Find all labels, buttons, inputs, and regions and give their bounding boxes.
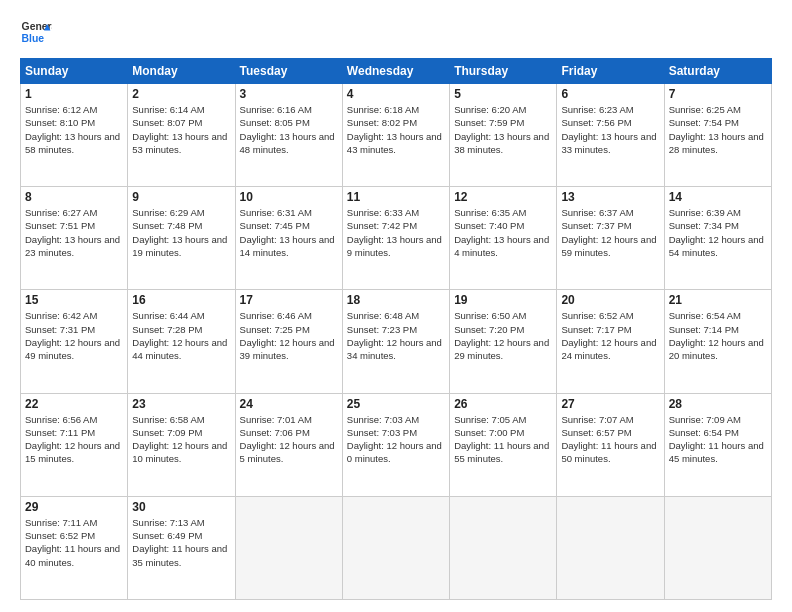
day-info: Sunrise: 7:11 AMSunset: 6:52 PMDaylight:… [25, 516, 123, 569]
calendar-cell: 14Sunrise: 6:39 AMSunset: 7:34 PMDayligh… [664, 187, 771, 290]
svg-text:Blue: Blue [22, 33, 45, 44]
calendar-cell [664, 496, 771, 599]
calendar-cell: 17Sunrise: 6:46 AMSunset: 7:25 PMDayligh… [235, 290, 342, 393]
calendar-cell: 6Sunrise: 6:23 AMSunset: 7:56 PMDaylight… [557, 84, 664, 187]
day-info: Sunrise: 6:27 AMSunset: 7:51 PMDaylight:… [25, 206, 123, 259]
day-number: 18 [347, 293, 445, 307]
calendar-week-row: 22Sunrise: 6:56 AMSunset: 7:11 PMDayligh… [21, 393, 772, 496]
day-info: Sunrise: 6:14 AMSunset: 8:07 PMDaylight:… [132, 103, 230, 156]
day-number: 10 [240, 190, 338, 204]
calendar-cell: 20Sunrise: 6:52 AMSunset: 7:17 PMDayligh… [557, 290, 664, 393]
weekday-header: Thursday [450, 59, 557, 84]
calendar-cell: 26Sunrise: 7:05 AMSunset: 7:00 PMDayligh… [450, 393, 557, 496]
day-info: Sunrise: 6:20 AMSunset: 7:59 PMDaylight:… [454, 103, 552, 156]
day-info: Sunrise: 6:52 AMSunset: 7:17 PMDaylight:… [561, 309, 659, 362]
day-number: 15 [25, 293, 123, 307]
logo-icon: General Blue [20, 16, 52, 48]
day-info: Sunrise: 6:37 AMSunset: 7:37 PMDaylight:… [561, 206, 659, 259]
calendar-cell: 11Sunrise: 6:33 AMSunset: 7:42 PMDayligh… [342, 187, 449, 290]
logo: General Blue [20, 16, 52, 48]
day-number: 30 [132, 500, 230, 514]
calendar-cell: 19Sunrise: 6:50 AMSunset: 7:20 PMDayligh… [450, 290, 557, 393]
day-number: 8 [25, 190, 123, 204]
calendar-cell [450, 496, 557, 599]
day-number: 27 [561, 397, 659, 411]
day-info: Sunrise: 6:29 AMSunset: 7:48 PMDaylight:… [132, 206, 230, 259]
day-info: Sunrise: 6:25 AMSunset: 7:54 PMDaylight:… [669, 103, 767, 156]
calendar-cell: 30Sunrise: 7:13 AMSunset: 6:49 PMDayligh… [128, 496, 235, 599]
day-number: 3 [240, 87, 338, 101]
calendar-cell: 29Sunrise: 7:11 AMSunset: 6:52 PMDayligh… [21, 496, 128, 599]
calendar-cell [235, 496, 342, 599]
day-number: 1 [25, 87, 123, 101]
day-number: 25 [347, 397, 445, 411]
day-info: Sunrise: 6:50 AMSunset: 7:20 PMDaylight:… [454, 309, 552, 362]
day-number: 22 [25, 397, 123, 411]
day-number: 17 [240, 293, 338, 307]
calendar-cell: 22Sunrise: 6:56 AMSunset: 7:11 PMDayligh… [21, 393, 128, 496]
day-info: Sunrise: 6:54 AMSunset: 7:14 PMDaylight:… [669, 309, 767, 362]
calendar-cell [342, 496, 449, 599]
calendar-cell: 7Sunrise: 6:25 AMSunset: 7:54 PMDaylight… [664, 84, 771, 187]
weekday-header: Wednesday [342, 59, 449, 84]
day-info: Sunrise: 6:33 AMSunset: 7:42 PMDaylight:… [347, 206, 445, 259]
day-number: 7 [669, 87, 767, 101]
day-info: Sunrise: 6:42 AMSunset: 7:31 PMDaylight:… [25, 309, 123, 362]
calendar-week-row: 1Sunrise: 6:12 AMSunset: 8:10 PMDaylight… [21, 84, 772, 187]
page: General Blue SundayMondayTuesdayWednesda… [0, 0, 792, 612]
day-number: 9 [132, 190, 230, 204]
day-info: Sunrise: 6:46 AMSunset: 7:25 PMDaylight:… [240, 309, 338, 362]
day-number: 19 [454, 293, 552, 307]
day-number: 21 [669, 293, 767, 307]
day-info: Sunrise: 7:13 AMSunset: 6:49 PMDaylight:… [132, 516, 230, 569]
calendar-cell: 4Sunrise: 6:18 AMSunset: 8:02 PMDaylight… [342, 84, 449, 187]
weekday-header: Friday [557, 59, 664, 84]
weekday-header-row: SundayMondayTuesdayWednesdayThursdayFrid… [21, 59, 772, 84]
calendar-cell: 24Sunrise: 7:01 AMSunset: 7:06 PMDayligh… [235, 393, 342, 496]
weekday-header: Sunday [21, 59, 128, 84]
calendar-cell: 28Sunrise: 7:09 AMSunset: 6:54 PMDayligh… [664, 393, 771, 496]
day-number: 23 [132, 397, 230, 411]
calendar-week-row: 8Sunrise: 6:27 AMSunset: 7:51 PMDaylight… [21, 187, 772, 290]
calendar: SundayMondayTuesdayWednesdayThursdayFrid… [20, 58, 772, 600]
day-number: 5 [454, 87, 552, 101]
header: General Blue [20, 16, 772, 48]
day-number: 11 [347, 190, 445, 204]
day-info: Sunrise: 6:31 AMSunset: 7:45 PMDaylight:… [240, 206, 338, 259]
day-info: Sunrise: 6:56 AMSunset: 7:11 PMDaylight:… [25, 413, 123, 466]
calendar-cell: 9Sunrise: 6:29 AMSunset: 7:48 PMDaylight… [128, 187, 235, 290]
calendar-cell: 10Sunrise: 6:31 AMSunset: 7:45 PMDayligh… [235, 187, 342, 290]
weekday-header: Saturday [664, 59, 771, 84]
calendar-week-row: 29Sunrise: 7:11 AMSunset: 6:52 PMDayligh… [21, 496, 772, 599]
calendar-cell: 15Sunrise: 6:42 AMSunset: 7:31 PMDayligh… [21, 290, 128, 393]
day-info: Sunrise: 7:05 AMSunset: 7:00 PMDaylight:… [454, 413, 552, 466]
calendar-cell: 8Sunrise: 6:27 AMSunset: 7:51 PMDaylight… [21, 187, 128, 290]
calendar-cell: 1Sunrise: 6:12 AMSunset: 8:10 PMDaylight… [21, 84, 128, 187]
weekday-header: Monday [128, 59, 235, 84]
day-number: 24 [240, 397, 338, 411]
day-number: 16 [132, 293, 230, 307]
calendar-cell: 23Sunrise: 6:58 AMSunset: 7:09 PMDayligh… [128, 393, 235, 496]
day-info: Sunrise: 6:39 AMSunset: 7:34 PMDaylight:… [669, 206, 767, 259]
day-number: 13 [561, 190, 659, 204]
day-info: Sunrise: 6:48 AMSunset: 7:23 PMDaylight:… [347, 309, 445, 362]
day-number: 12 [454, 190, 552, 204]
day-info: Sunrise: 7:01 AMSunset: 7:06 PMDaylight:… [240, 413, 338, 466]
calendar-cell: 3Sunrise: 6:16 AMSunset: 8:05 PMDaylight… [235, 84, 342, 187]
day-info: Sunrise: 6:58 AMSunset: 7:09 PMDaylight:… [132, 413, 230, 466]
day-info: Sunrise: 6:12 AMSunset: 8:10 PMDaylight:… [25, 103, 123, 156]
day-number: 20 [561, 293, 659, 307]
day-number: 2 [132, 87, 230, 101]
calendar-week-row: 15Sunrise: 6:42 AMSunset: 7:31 PMDayligh… [21, 290, 772, 393]
calendar-cell: 18Sunrise: 6:48 AMSunset: 7:23 PMDayligh… [342, 290, 449, 393]
day-info: Sunrise: 7:03 AMSunset: 7:03 PMDaylight:… [347, 413, 445, 466]
day-number: 6 [561, 87, 659, 101]
day-number: 29 [25, 500, 123, 514]
day-number: 26 [454, 397, 552, 411]
day-info: Sunrise: 7:09 AMSunset: 6:54 PMDaylight:… [669, 413, 767, 466]
day-number: 4 [347, 87, 445, 101]
day-number: 28 [669, 397, 767, 411]
calendar-cell: 21Sunrise: 6:54 AMSunset: 7:14 PMDayligh… [664, 290, 771, 393]
calendar-cell: 16Sunrise: 6:44 AMSunset: 7:28 PMDayligh… [128, 290, 235, 393]
day-info: Sunrise: 6:18 AMSunset: 8:02 PMDaylight:… [347, 103, 445, 156]
